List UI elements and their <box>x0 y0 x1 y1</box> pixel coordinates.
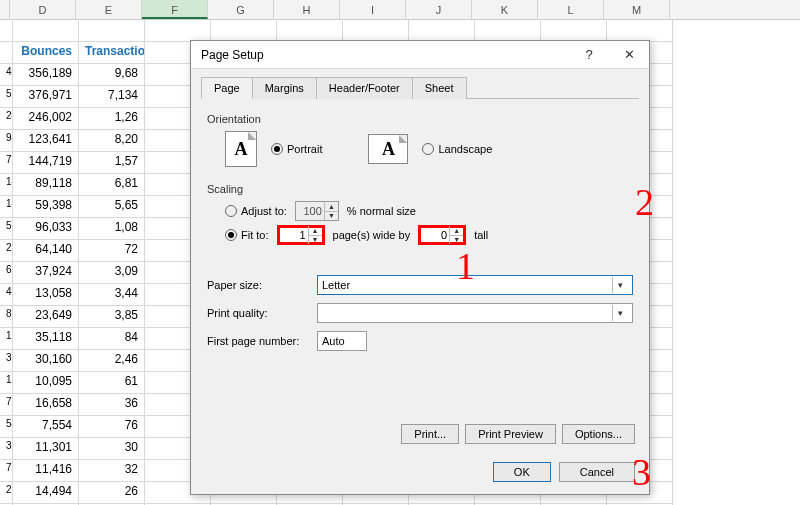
paper-size-label: Paper size: <box>207 279 307 291</box>
first-page-number-input[interactable]: Auto <box>317 331 367 351</box>
first-page-number-label: First page number: <box>207 335 307 347</box>
tab-margins[interactable]: Margins <box>252 77 317 99</box>
tab-sheet[interactable]: Sheet <box>412 77 467 99</box>
fit-tall-spin[interactable]: ▲▼ <box>418 225 466 245</box>
column-header[interactable]: L <box>538 0 604 19</box>
column-header[interactable]: E <box>76 0 142 19</box>
dialog-titlebar: Page Setup ? ✕ <box>191 41 649 69</box>
column-header[interactable]: J <box>406 0 472 19</box>
page-setup-dialog: Page Setup ? ✕ PageMarginsHeader/FooterS… <box>190 40 650 495</box>
print-preview-button[interactable]: Print Preview <box>465 424 556 444</box>
portrait-icon: A <box>225 131 257 167</box>
column-header[interactable]: I <box>340 0 406 19</box>
landscape-radio-label: Landscape <box>438 143 492 155</box>
tab-page[interactable]: Page <box>201 77 253 99</box>
fit-suffix-label: tall <box>474 229 488 241</box>
adjust-to-label: Adjust to: <box>241 205 287 217</box>
fit-wide-spin[interactable]: ▲▼ <box>277 225 325 245</box>
column-headers: DEFGHIJKLM <box>0 0 800 20</box>
print-button[interactable]: Print... <box>401 424 459 444</box>
cancel-button[interactable]: Cancel <box>559 462 635 482</box>
fit-to-radio[interactable]: Fit to: <box>225 229 269 241</box>
adjust-to-radio[interactable]: Adjust to: <box>225 205 287 217</box>
portrait-radio[interactable]: Portrait <box>271 143 322 155</box>
fit-middle-label: page(s) wide by <box>333 229 411 241</box>
orientation-label: Orientation <box>207 113 633 125</box>
column-header[interactable]: H <box>274 0 340 19</box>
adjust-to-suffix: % normal size <box>347 205 416 217</box>
column-header[interactable]: K <box>472 0 538 19</box>
options-button[interactable]: Options... <box>562 424 635 444</box>
adjust-to-spin[interactable]: ▲▼ <box>295 201 339 221</box>
tab-header-footer[interactable]: Header/Footer <box>316 77 413 99</box>
landscape-icon: A <box>368 134 408 164</box>
fit-to-label: Fit to: <box>241 229 269 241</box>
column-header[interactable]: G <box>208 0 274 19</box>
chevron-down-icon: ▾ <box>612 305 628 321</box>
ok-button[interactable]: OK <box>493 462 551 482</box>
help-icon[interactable]: ? <box>569 47 609 62</box>
scaling-label: Scaling <box>207 183 633 195</box>
landscape-radio[interactable]: Landscape <box>422 143 492 155</box>
column-header[interactable]: D <box>10 0 76 19</box>
paper-size-value: Letter <box>322 279 350 291</box>
paper-size-select[interactable]: Letter ▾ <box>317 275 633 295</box>
portrait-radio-label: Portrait <box>287 143 322 155</box>
chevron-down-icon: ▾ <box>612 277 628 293</box>
close-icon[interactable]: ✕ <box>609 47 649 62</box>
dialog-tabs: PageMarginsHeader/FooterSheet <box>201 77 639 99</box>
column-header[interactable]: M <box>604 0 670 19</box>
print-quality-label: Print quality: <box>207 307 307 319</box>
dialog-title: Page Setup <box>201 48 569 62</box>
print-quality-select[interactable]: ▾ <box>317 303 633 323</box>
column-header[interactable]: F <box>142 0 208 19</box>
